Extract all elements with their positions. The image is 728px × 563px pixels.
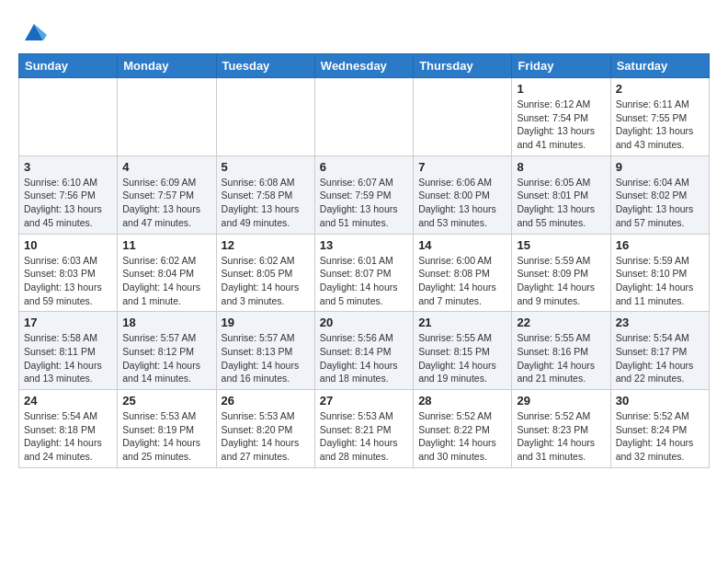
day-info: Sunrise: 5:57 AMSunset: 8:12 PMDaylight:… <box>122 331 210 385</box>
logo-icon <box>21 18 47 44</box>
calendar-cell: 8Sunrise: 6:05 AMSunset: 8:01 PMDaylight… <box>512 155 610 234</box>
calendar-week-1: 1Sunrise: 6:12 AMSunset: 7:54 PMDaylight… <box>19 78 710 156</box>
day-info: Sunrise: 6:03 AMSunset: 8:03 PMDaylight:… <box>24 254 112 308</box>
col-header-tuesday: Tuesday <box>216 54 314 78</box>
col-header-friday: Friday <box>512 54 610 78</box>
calendar-cell: 3Sunrise: 6:10 AMSunset: 7:56 PMDaylight… <box>19 155 118 234</box>
calendar-cell: 13Sunrise: 6:01 AMSunset: 8:07 PMDayligh… <box>314 234 413 312</box>
calendar-cell: 9Sunrise: 6:04 AMSunset: 8:02 PMDaylight… <box>610 155 709 234</box>
calendar-cell: 27Sunrise: 5:53 AMSunset: 8:21 PMDayligh… <box>314 390 413 468</box>
day-info: Sunrise: 5:53 AMSunset: 8:19 PMDaylight:… <box>122 409 210 464</box>
day-info: Sunrise: 5:52 AMSunset: 8:24 PMDaylight:… <box>616 409 704 464</box>
day-info: Sunrise: 6:09 AMSunset: 7:57 PMDaylight:… <box>122 176 210 230</box>
calendar-cell <box>314 78 413 156</box>
day-number: 5 <box>222 160 310 174</box>
col-header-thursday: Thursday <box>414 54 512 78</box>
calendar-cell <box>216 78 314 156</box>
calendar-cell: 2Sunrise: 6:11 AMSunset: 7:55 PMDaylight… <box>610 78 709 156</box>
day-number: 14 <box>418 238 506 252</box>
calendar-cell: 29Sunrise: 5:52 AMSunset: 8:23 PMDayligh… <box>512 390 610 468</box>
day-number: 9 <box>616 160 704 174</box>
calendar-cell: 14Sunrise: 6:00 AMSunset: 8:08 PMDayligh… <box>414 234 512 312</box>
day-number: 15 <box>517 238 605 252</box>
calendar-cell: 18Sunrise: 5:57 AMSunset: 8:12 PMDayligh… <box>118 312 216 390</box>
day-number: 17 <box>24 316 112 329</box>
day-info: Sunrise: 6:04 AMSunset: 8:02 PMDaylight:… <box>616 176 704 230</box>
day-number: 12 <box>222 238 310 252</box>
calendar-cell <box>19 78 118 156</box>
day-number: 19 <box>222 316 310 329</box>
day-number: 27 <box>320 394 408 408</box>
calendar-cell: 20Sunrise: 5:56 AMSunset: 8:14 PMDayligh… <box>314 312 413 390</box>
calendar-week-3: 10Sunrise: 6:03 AMSunset: 8:03 PMDayligh… <box>19 234 710 312</box>
calendar-cell <box>118 78 216 156</box>
calendar-cell: 28Sunrise: 5:52 AMSunset: 8:22 PMDayligh… <box>414 390 512 468</box>
day-number: 23 <box>616 316 704 329</box>
day-info: Sunrise: 6:11 AMSunset: 7:55 PMDaylight:… <box>616 98 704 152</box>
calendar-cell: 22Sunrise: 5:55 AMSunset: 8:16 PMDayligh… <box>512 312 610 390</box>
calendar-cell: 19Sunrise: 5:57 AMSunset: 8:13 PMDayligh… <box>216 312 314 390</box>
day-number: 22 <box>517 316 605 329</box>
day-number: 1 <box>517 82 605 96</box>
calendar-table: SundayMondayTuesdayWednesdayThursdayFrid… <box>18 53 710 468</box>
header <box>18 18 710 44</box>
day-info: Sunrise: 6:10 AMSunset: 7:56 PMDaylight:… <box>24 176 112 230</box>
day-number: 8 <box>517 160 605 174</box>
calendar-cell: 7Sunrise: 6:06 AMSunset: 8:00 PMDaylight… <box>414 155 512 234</box>
day-info: Sunrise: 5:54 AMSunset: 8:18 PMDaylight:… <box>24 409 112 464</box>
day-number: 29 <box>517 394 605 408</box>
day-info: Sunrise: 5:52 AMSunset: 8:23 PMDaylight:… <box>517 409 605 464</box>
day-number: 10 <box>24 238 112 252</box>
day-number: 16 <box>616 238 704 252</box>
day-info: Sunrise: 5:55 AMSunset: 8:16 PMDaylight:… <box>517 331 605 385</box>
day-number: 30 <box>616 394 704 408</box>
day-number: 18 <box>122 316 210 329</box>
page: SundayMondayTuesdayWednesdayThursdayFrid… <box>0 0 728 477</box>
calendar-cell: 26Sunrise: 5:53 AMSunset: 8:20 PMDayligh… <box>216 390 314 468</box>
day-info: Sunrise: 6:12 AMSunset: 7:54 PMDaylight:… <box>517 98 605 152</box>
calendar-cell <box>414 78 512 156</box>
calendar-cell: 25Sunrise: 5:53 AMSunset: 8:19 PMDayligh… <box>118 390 216 468</box>
day-number: 24 <box>24 394 112 408</box>
day-number: 13 <box>320 238 408 252</box>
calendar-week-2: 3Sunrise: 6:10 AMSunset: 7:56 PMDaylight… <box>19 155 710 234</box>
calendar-cell: 30Sunrise: 5:52 AMSunset: 8:24 PMDayligh… <box>610 390 709 468</box>
col-header-sunday: Sunday <box>19 54 118 78</box>
day-info: Sunrise: 5:53 AMSunset: 8:20 PMDaylight:… <box>222 409 310 464</box>
day-number: 28 <box>418 394 506 408</box>
calendar-cell: 10Sunrise: 6:03 AMSunset: 8:03 PMDayligh… <box>19 234 118 312</box>
day-info: Sunrise: 5:59 AMSunset: 8:09 PMDaylight:… <box>517 254 605 308</box>
calendar-cell: 24Sunrise: 5:54 AMSunset: 8:18 PMDayligh… <box>19 390 118 468</box>
day-info: Sunrise: 5:52 AMSunset: 8:22 PMDaylight:… <box>418 409 506 464</box>
day-number: 20 <box>320 316 408 329</box>
day-info: Sunrise: 5:56 AMSunset: 8:14 PMDaylight:… <box>320 331 408 385</box>
col-header-monday: Monday <box>118 54 216 78</box>
calendar-header-row: SundayMondayTuesdayWednesdayThursdayFrid… <box>19 54 710 78</box>
day-info: Sunrise: 6:08 AMSunset: 7:58 PMDaylight:… <box>222 176 310 230</box>
calendar-cell: 6Sunrise: 6:07 AMSunset: 7:59 PMDaylight… <box>314 155 413 234</box>
col-header-saturday: Saturday <box>610 54 709 78</box>
day-number: 7 <box>418 160 506 174</box>
col-header-wednesday: Wednesday <box>314 54 413 78</box>
day-number: 3 <box>24 160 112 174</box>
day-info: Sunrise: 6:01 AMSunset: 8:07 PMDaylight:… <box>320 254 408 308</box>
day-info: Sunrise: 5:57 AMSunset: 8:13 PMDaylight:… <box>222 331 310 385</box>
day-number: 25 <box>122 394 210 408</box>
day-number: 11 <box>122 238 210 252</box>
day-number: 2 <box>616 82 704 96</box>
day-info: Sunrise: 6:02 AMSunset: 8:05 PMDaylight:… <box>222 254 310 308</box>
calendar-cell: 12Sunrise: 6:02 AMSunset: 8:05 PMDayligh… <box>216 234 314 312</box>
logo <box>18 18 47 44</box>
day-info: Sunrise: 6:02 AMSunset: 8:04 PMDaylight:… <box>122 254 210 308</box>
day-info: Sunrise: 5:58 AMSunset: 8:11 PMDaylight:… <box>24 331 112 385</box>
calendar-cell: 11Sunrise: 6:02 AMSunset: 8:04 PMDayligh… <box>118 234 216 312</box>
day-info: Sunrise: 6:07 AMSunset: 7:59 PMDaylight:… <box>320 176 408 230</box>
day-info: Sunrise: 5:54 AMSunset: 8:17 PMDaylight:… <box>616 331 704 385</box>
calendar-cell: 15Sunrise: 5:59 AMSunset: 8:09 PMDayligh… <box>512 234 610 312</box>
calendar-week-5: 24Sunrise: 5:54 AMSunset: 8:18 PMDayligh… <box>19 390 710 468</box>
calendar-cell: 17Sunrise: 5:58 AMSunset: 8:11 PMDayligh… <box>19 312 118 390</box>
day-info: Sunrise: 5:53 AMSunset: 8:21 PMDaylight:… <box>320 409 408 464</box>
day-number: 6 <box>320 160 408 174</box>
calendar-cell: 23Sunrise: 5:54 AMSunset: 8:17 PMDayligh… <box>610 312 709 390</box>
calendar-week-4: 17Sunrise: 5:58 AMSunset: 8:11 PMDayligh… <box>19 312 710 390</box>
